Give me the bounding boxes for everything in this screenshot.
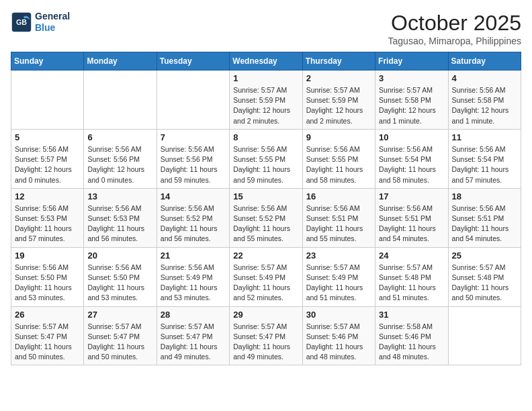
day-info: Sunrise: 5:56 AM Sunset: 5:50 PM Dayligh…: [15, 263, 80, 304]
day-number: 26: [15, 310, 80, 320]
day-info: Sunrise: 5:56 AM Sunset: 5:53 PM Dayligh…: [15, 203, 80, 244]
month-title: October 2025: [388, 11, 521, 36]
day-number: 4: [452, 73, 517, 83]
day-number: 11: [452, 132, 517, 142]
calendar-header-row: SundayMondayTuesdayWednesdayThursdayFrid…: [11, 52, 521, 71]
day-info: Sunrise: 5:57 AM Sunset: 5:48 PM Dayligh…: [379, 263, 444, 304]
svg-text:GB: GB: [16, 17, 27, 26]
calendar-week-row: 26Sunrise: 5:57 AM Sunset: 5:47 PM Dayli…: [11, 306, 521, 365]
calendar-day-cell: 22Sunrise: 5:57 AM Sunset: 5:49 PM Dayli…: [230, 247, 302, 306]
day-info: Sunrise: 5:57 AM Sunset: 5:49 PM Dayligh…: [233, 263, 298, 304]
calendar-day-cell: 21Sunrise: 5:56 AM Sunset: 5:49 PM Dayli…: [157, 247, 229, 306]
calendar-day-cell: 23Sunrise: 5:57 AM Sunset: 5:49 PM Dayli…: [302, 247, 375, 306]
calendar-day-cell: [448, 306, 521, 365]
logo-text: General Blue: [35, 11, 70, 34]
day-number: 6: [87, 132, 152, 142]
day-info: Sunrise: 5:57 AM Sunset: 5:58 PM Dayligh…: [379, 85, 444, 126]
day-number: 8: [233, 132, 298, 142]
day-number: 9: [306, 132, 371, 142]
calendar-day-cell: 1Sunrise: 5:57 AM Sunset: 5:59 PM Daylig…: [230, 71, 302, 130]
day-number: 10: [379, 132, 444, 142]
day-number: 27: [87, 310, 152, 320]
day-info: Sunrise: 5:56 AM Sunset: 5:54 PM Dayligh…: [379, 144, 444, 185]
calendar-day-cell: 7Sunrise: 5:56 AM Sunset: 5:56 PM Daylig…: [157, 129, 229, 188]
day-number: 29: [233, 310, 298, 320]
day-of-week-header: Monday: [84, 52, 157, 71]
calendar-day-cell: 12Sunrise: 5:56 AM Sunset: 5:53 PM Dayli…: [11, 188, 84, 247]
calendar-table: SundayMondayTuesdayWednesdayThursdayFrid…: [11, 52, 521, 365]
calendar-day-cell: 18Sunrise: 5:56 AM Sunset: 5:51 PM Dayli…: [448, 188, 521, 247]
day-number: 3: [379, 73, 444, 83]
day-info: Sunrise: 5:57 AM Sunset: 5:47 PM Dayligh…: [87, 322, 152, 363]
calendar-day-cell: 25Sunrise: 5:57 AM Sunset: 5:48 PM Dayli…: [448, 247, 521, 306]
day-info: Sunrise: 5:57 AM Sunset: 5:47 PM Dayligh…: [15, 322, 80, 363]
day-info: Sunrise: 5:56 AM Sunset: 5:51 PM Dayligh…: [306, 203, 371, 244]
day-info: Sunrise: 5:56 AM Sunset: 5:53 PM Dayligh…: [87, 203, 152, 244]
calendar-day-cell: [84, 71, 157, 130]
calendar-day-cell: 10Sunrise: 5:56 AM Sunset: 5:54 PM Dayli…: [375, 129, 448, 188]
day-info: Sunrise: 5:57 AM Sunset: 5:47 PM Dayligh…: [233, 322, 298, 363]
day-number: 28: [161, 310, 226, 320]
day-info: Sunrise: 5:57 AM Sunset: 5:49 PM Dayligh…: [306, 263, 371, 304]
day-info: Sunrise: 5:57 AM Sunset: 5:59 PM Dayligh…: [233, 85, 298, 126]
day-info: Sunrise: 5:58 AM Sunset: 5:46 PM Dayligh…: [379, 322, 444, 363]
calendar-week-row: 19Sunrise: 5:56 AM Sunset: 5:50 PM Dayli…: [11, 247, 521, 306]
day-info: Sunrise: 5:56 AM Sunset: 5:55 PM Dayligh…: [233, 144, 298, 185]
logo-line1: General: [35, 11, 70, 22]
day-info: Sunrise: 5:56 AM Sunset: 5:58 PM Dayligh…: [452, 85, 517, 126]
day-info: Sunrise: 5:57 AM Sunset: 5:59 PM Dayligh…: [306, 85, 371, 126]
logo: GB General Blue: [11, 11, 70, 34]
calendar-day-cell: 9Sunrise: 5:56 AM Sunset: 5:55 PM Daylig…: [302, 129, 375, 188]
day-number: 30: [306, 310, 371, 320]
calendar-day-cell: 15Sunrise: 5:56 AM Sunset: 5:52 PM Dayli…: [230, 188, 302, 247]
calendar-week-row: 1Sunrise: 5:57 AM Sunset: 5:59 PM Daylig…: [11, 71, 521, 130]
day-number: 13: [87, 191, 152, 201]
day-number: 2: [306, 73, 371, 83]
day-number: 14: [161, 191, 226, 201]
day-info: Sunrise: 5:56 AM Sunset: 5:49 PM Dayligh…: [161, 263, 226, 304]
page-header: GB General Blue October 2025 Tagusao, Mi…: [11, 11, 521, 46]
logo-line2: Blue: [35, 22, 55, 33]
calendar-day-cell: 11Sunrise: 5:56 AM Sunset: 5:54 PM Dayli…: [448, 129, 521, 188]
day-number: 16: [306, 191, 371, 201]
calendar-day-cell: [11, 71, 84, 130]
calendar-day-cell: 4Sunrise: 5:56 AM Sunset: 5:58 PM Daylig…: [448, 71, 521, 130]
day-number: 17: [379, 191, 444, 201]
calendar-week-row: 5Sunrise: 5:56 AM Sunset: 5:57 PM Daylig…: [11, 129, 521, 188]
day-number: 1: [233, 73, 298, 83]
calendar-day-cell: 28Sunrise: 5:57 AM Sunset: 5:47 PM Dayli…: [157, 306, 229, 365]
day-number: 18: [452, 191, 517, 201]
calendar-week-row: 12Sunrise: 5:56 AM Sunset: 5:53 PM Dayli…: [11, 188, 521, 247]
calendar-day-cell: 27Sunrise: 5:57 AM Sunset: 5:47 PM Dayli…: [84, 306, 157, 365]
calendar-day-cell: 17Sunrise: 5:56 AM Sunset: 5:51 PM Dayli…: [375, 188, 448, 247]
calendar-day-cell: 3Sunrise: 5:57 AM Sunset: 5:58 PM Daylig…: [375, 71, 448, 130]
title-block: October 2025 Tagusao, Mimaropa, Philippi…: [388, 11, 521, 46]
calendar-day-cell: 8Sunrise: 5:56 AM Sunset: 5:55 PM Daylig…: [230, 129, 302, 188]
day-of-week-header: Sunday: [11, 52, 84, 71]
calendar-day-cell: 16Sunrise: 5:56 AM Sunset: 5:51 PM Dayli…: [302, 188, 375, 247]
location-subtitle: Tagusao, Mimaropa, Philippines: [388, 36, 521, 46]
calendar-day-cell: 20Sunrise: 5:56 AM Sunset: 5:50 PM Dayli…: [84, 247, 157, 306]
day-info: Sunrise: 5:56 AM Sunset: 5:56 PM Dayligh…: [161, 144, 226, 185]
day-number: 15: [233, 191, 298, 201]
day-of-week-header: Wednesday: [230, 52, 302, 71]
calendar-day-cell: 13Sunrise: 5:56 AM Sunset: 5:53 PM Dayli…: [84, 188, 157, 247]
day-number: 5: [15, 132, 80, 142]
day-info: Sunrise: 5:56 AM Sunset: 5:50 PM Dayligh…: [87, 263, 152, 304]
calendar-day-cell: 31Sunrise: 5:58 AM Sunset: 5:46 PM Dayli…: [375, 306, 448, 365]
day-of-week-header: Thursday: [302, 52, 375, 71]
calendar-day-cell: [157, 71, 229, 130]
calendar-day-cell: 14Sunrise: 5:56 AM Sunset: 5:52 PM Dayli…: [157, 188, 229, 247]
day-number: 31: [379, 310, 444, 320]
day-number: 23: [306, 250, 371, 261]
day-info: Sunrise: 5:57 AM Sunset: 5:48 PM Dayligh…: [452, 263, 517, 304]
calendar-day-cell: 30Sunrise: 5:57 AM Sunset: 5:46 PM Dayli…: [302, 306, 375, 365]
day-number: 21: [161, 250, 226, 261]
day-number: 22: [233, 250, 298, 261]
calendar-day-cell: 2Sunrise: 5:57 AM Sunset: 5:59 PM Daylig…: [302, 71, 375, 130]
calendar-day-cell: 19Sunrise: 5:56 AM Sunset: 5:50 PM Dayli…: [11, 247, 84, 306]
calendar-day-cell: 26Sunrise: 5:57 AM Sunset: 5:47 PM Dayli…: [11, 306, 84, 365]
day-info: Sunrise: 5:56 AM Sunset: 5:56 PM Dayligh…: [87, 144, 152, 185]
day-of-week-header: Saturday: [448, 52, 521, 71]
day-number: 12: [15, 191, 80, 201]
